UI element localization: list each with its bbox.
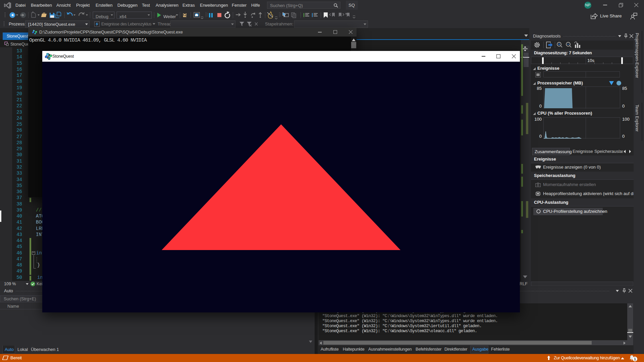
svg-text:1: 1 (634, 357, 636, 361)
